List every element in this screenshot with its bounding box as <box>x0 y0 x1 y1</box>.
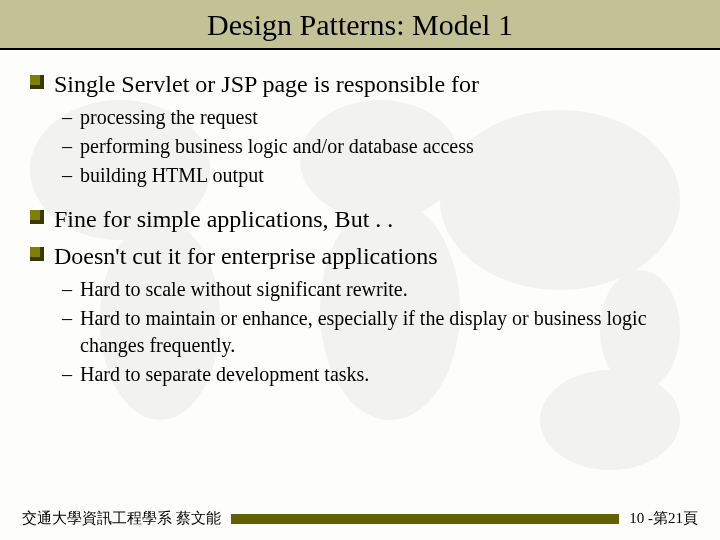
sub-bullet-item: – Hard to separate development tasks. <box>62 361 690 388</box>
footer-author: 交通大學資訊工程學系 蔡文能 <box>22 509 221 528</box>
footer-page-number: 10 -第21頁 <box>629 509 698 528</box>
bullet-text: Doesn't cut it for enterprise applicatio… <box>54 240 438 272</box>
dash-icon: – <box>62 104 72 131</box>
square-bullet-icon <box>30 247 44 261</box>
dash-icon: – <box>62 133 72 160</box>
sub-bullet-item: – building HTML output <box>62 162 690 189</box>
sub-bullet-text: performing business logic and/or databas… <box>80 133 474 160</box>
dash-icon: – <box>62 361 72 388</box>
sub-bullet-text: building HTML output <box>80 162 264 189</box>
square-bullet-icon <box>30 75 44 89</box>
sub-bullet-text: Hard to scale without significant rewrit… <box>80 276 408 303</box>
sub-list: – Hard to scale without significant rewr… <box>62 276 690 388</box>
dash-icon: – <box>62 276 72 303</box>
sub-bullet-item: – performing business logic and/or datab… <box>62 133 690 160</box>
sub-bullet-text: processing the request <box>80 104 258 131</box>
bullet-text: Fine for simple applications, But . . <box>54 203 393 235</box>
footer-bar <box>231 514 619 524</box>
slide-title: Design Patterns: Model 1 <box>0 8 720 42</box>
sub-bullet-item: – processing the request <box>62 104 690 131</box>
sub-bullet-text: Hard to separate development tasks. <box>80 361 369 388</box>
bullet-item: Fine for simple applications, But . . <box>30 203 690 235</box>
sub-bullet-text: Hard to maintain or enhance, especially … <box>80 305 690 359</box>
slide-footer: 交通大學資訊工程學系 蔡文能 10 -第21頁 <box>0 509 720 528</box>
bullet-item: Doesn't cut it for enterprise applicatio… <box>30 240 690 272</box>
sub-bullet-item: – Hard to scale without significant rewr… <box>62 276 690 303</box>
slide-content: Single Servlet or JSP page is responsibl… <box>0 50 720 388</box>
sub-bullet-item: – Hard to maintain or enhance, especiall… <box>62 305 690 359</box>
bullet-item: Single Servlet or JSP page is responsibl… <box>30 68 690 100</box>
dash-icon: – <box>62 162 72 189</box>
dash-icon: – <box>62 305 72 332</box>
square-bullet-icon <box>30 210 44 224</box>
title-band: Design Patterns: Model 1 <box>0 0 720 50</box>
bullet-text: Single Servlet or JSP page is responsibl… <box>54 68 479 100</box>
sub-list: – processing the request – performing bu… <box>62 104 690 189</box>
